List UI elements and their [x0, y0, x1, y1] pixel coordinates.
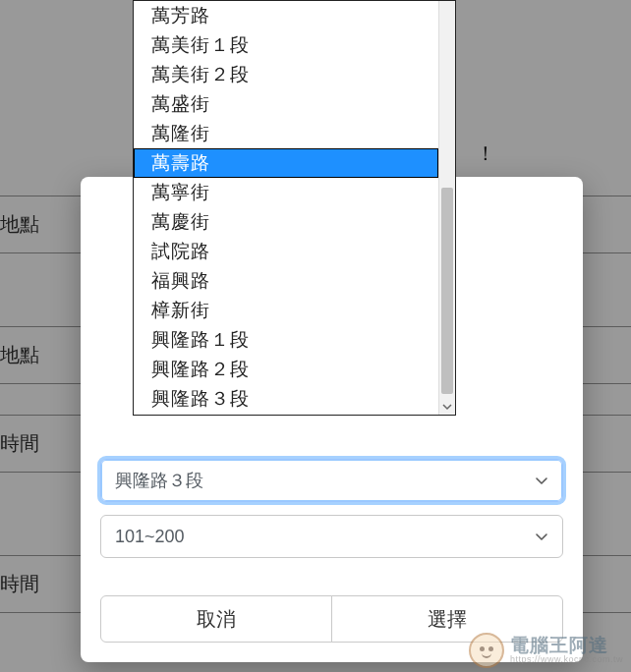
street-select[interactable]: 興隆路３段 [100, 459, 563, 502]
listbox-option[interactable]: 萬慶街 [134, 207, 438, 237]
listbox-option[interactable]: 興隆路２段 [134, 355, 438, 384]
cancel-button[interactable]: 取消 [100, 595, 332, 643]
listbox-option[interactable]: 萬盛街 [134, 89, 438, 119]
listbox-option[interactable]: 樟新街 [134, 296, 438, 325]
range-select[interactable]: 101~200 [100, 515, 563, 558]
chevron-down-icon [535, 474, 548, 487]
listbox-option[interactable]: 萬寧街 [134, 178, 438, 207]
chevron-down-icon [535, 530, 548, 543]
street-select-value: 興隆路３段 [115, 469, 203, 492]
listbox-option[interactable]: 萬美街１段 [134, 30, 438, 60]
listbox-option[interactable]: 興隆路１段 [134, 325, 438, 355]
scrollbar[interactable] [438, 1, 455, 415]
range-select-value: 101~200 [115, 527, 185, 547]
scrollbar-thumb[interactable] [441, 188, 453, 394]
listbox-option[interactable]: 萬芳路 [134, 1, 438, 30]
listbox-option[interactable]: 福興路 [134, 266, 438, 296]
listbox-option[interactable]: 萬美街２段 [134, 60, 438, 89]
scroll-down-icon[interactable] [439, 399, 455, 415]
listbox-option[interactable]: 試院路 [134, 237, 438, 266]
listbox-option[interactable]: 萬壽路 [134, 148, 438, 178]
street-listbox[interactable]: 萬芳路萬美街１段萬美街２段萬盛街萬隆街萬壽路萬寧街萬慶街試院路福興路樟新街興隆路… [133, 0, 456, 416]
confirm-button[interactable]: 選擇 [331, 595, 563, 643]
listbox-option[interactable]: 萬隆街 [134, 119, 438, 148]
listbox-option[interactable]: 興隆路３段 [134, 384, 438, 414]
